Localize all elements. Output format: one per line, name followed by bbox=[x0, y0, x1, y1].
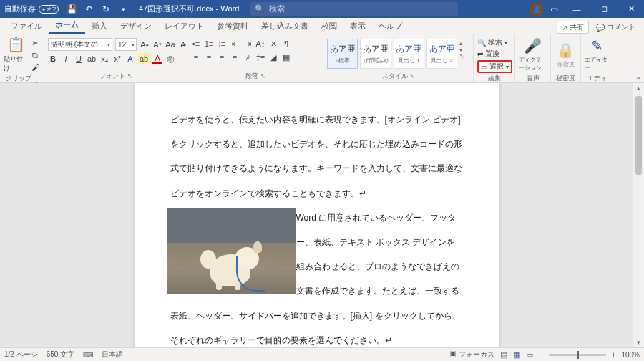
tab-help[interactable]: ヘルプ bbox=[372, 19, 409, 34]
document-area[interactable]: ビデオを使うと、伝えたい内容を明確に表現できます。[オンライン ビデオ] をクリ… bbox=[0, 83, 633, 347]
style-heading1[interactable]: あア亜見出し 1 bbox=[394, 39, 424, 69]
bullets-icon[interactable]: •≡ bbox=[191, 38, 201, 49]
line-spacing-icon[interactable]: ‡≡ bbox=[255, 52, 265, 63]
redo-icon[interactable]: ↻ bbox=[97, 1, 114, 18]
multilevel-icon[interactable]: ⁝≡ bbox=[217, 38, 227, 49]
shading-icon[interactable]: ◢ bbox=[268, 52, 278, 63]
zoom-in-icon[interactable]: + bbox=[612, 351, 616, 359]
select-button[interactable]: ▭選択▾ bbox=[477, 60, 512, 73]
tab-home[interactable]: ホーム bbox=[49, 17, 85, 34]
italic-button[interactable]: I bbox=[61, 53, 71, 64]
scroll-track[interactable] bbox=[633, 93, 644, 337]
minimize-button[interactable]: ― bbox=[564, 0, 590, 18]
align-left-icon[interactable]: ≡ bbox=[191, 52, 201, 63]
zoom-level[interactable]: 100% bbox=[621, 351, 640, 359]
tab-layout[interactable]: レイアウト bbox=[158, 19, 210, 34]
change-case-icon[interactable]: Aa bbox=[165, 39, 175, 50]
grow-font-icon[interactable]: A▴ bbox=[140, 39, 150, 50]
superscript-button[interactable]: x² bbox=[112, 53, 122, 64]
style-normal[interactable]: あア亜↓標準 bbox=[327, 39, 358, 69]
zoom-out-icon[interactable]: − bbox=[539, 351, 543, 359]
lock-icon: 🔒 bbox=[557, 42, 575, 59]
font-name-combo[interactable]: 游明朝 (本文の bbox=[48, 38, 112, 51]
borders-icon[interactable]: ▦ bbox=[281, 52, 291, 63]
distribute-icon[interactable]: ⫽ bbox=[243, 52, 253, 63]
highlight-icon[interactable]: ab bbox=[138, 53, 150, 64]
paragraph-1[interactable]: ビデオを使うと、伝えたい内容を明確に表現できます。[オンライン ビデオ] をクリ… bbox=[170, 107, 464, 206]
numbering-icon[interactable]: 1≡ bbox=[204, 38, 214, 49]
status-page[interactable]: 1/2 ページ bbox=[4, 350, 38, 360]
sensitivity-button[interactable]: 🔒秘密度 bbox=[555, 36, 577, 73]
tab-review[interactable]: 校閲 bbox=[315, 19, 343, 34]
sort-icon[interactable]: A↕ bbox=[255, 38, 265, 49]
status-words[interactable]: 650 文字 bbox=[47, 350, 74, 360]
enclose-char-icon[interactable]: ㊞ bbox=[165, 53, 175, 64]
page: ビデオを使うと、伝えたい内容を明確に表現できます。[オンライン ビデオ] をクリ… bbox=[135, 83, 499, 347]
underline-button[interactable]: U bbox=[74, 53, 84, 64]
align-center-icon[interactable]: ≡ bbox=[204, 52, 214, 63]
font-color-icon[interactable]: A bbox=[152, 53, 162, 64]
style-heading2[interactable]: あア亜見出し 2 bbox=[426, 39, 457, 69]
font-launcher-icon[interactable]: ⤡ bbox=[127, 73, 132, 80]
tab-design[interactable]: デザイン bbox=[114, 19, 158, 34]
cut-icon[interactable]: ✂ bbox=[30, 37, 40, 49]
bold-button[interactable]: B bbox=[48, 53, 58, 64]
find-button[interactable]: 🔍検索▾ bbox=[477, 37, 512, 47]
increase-indent-icon[interactable]: ⇥ bbox=[243, 38, 253, 49]
tab-insert[interactable]: 挿入 bbox=[85, 19, 114, 34]
status-language[interactable]: 日本語 bbox=[102, 350, 123, 360]
shrink-font-icon[interactable]: A▾ bbox=[152, 39, 162, 50]
autosave[interactable]: 自動保存 ● オフ bbox=[0, 4, 63, 14]
paragraph-2[interactable]: Word に用意されているヘッダー、フッター、表紙、テキスト ボックス デザイン… bbox=[170, 206, 464, 347]
search-box[interactable]: 🔍 検索 bbox=[250, 2, 458, 16]
undo-icon[interactable]: ↶ bbox=[80, 1, 97, 18]
autosave-toggle[interactable]: ● オフ bbox=[39, 5, 59, 14]
view-web-icon[interactable]: ▭ bbox=[526, 350, 533, 360]
paste-button[interactable]: 📋貼り付け bbox=[4, 36, 28, 73]
qat-more-icon[interactable]: ▾ bbox=[114, 1, 132, 18]
inline-image[interactable] bbox=[167, 208, 296, 294]
collapse-ribbon-icon[interactable]: ⌃ bbox=[635, 76, 641, 84]
asian-layout-icon[interactable]: ✕ bbox=[268, 38, 278, 49]
font-size-combo[interactable]: 12 bbox=[115, 38, 137, 51]
focus-mode[interactable]: ▣ フォーカス bbox=[449, 350, 494, 360]
share-button[interactable]: ↗共有 bbox=[557, 21, 589, 34]
scroll-down-icon[interactable]: ▾ bbox=[633, 337, 644, 347]
title-bar: 自動保存 ● オフ 💾 ↶ ↻ ▾ 47図形選択不可.docx - Word 🔍… bbox=[0, 0, 644, 18]
strike-button[interactable]: ab bbox=[87, 53, 97, 64]
text-effects-icon[interactable]: A bbox=[125, 53, 135, 64]
scroll-thumb[interactable] bbox=[635, 96, 642, 175]
scroll-up-icon[interactable]: ▴ bbox=[633, 83, 644, 93]
ribbon-options-icon[interactable]: ▭ bbox=[545, 1, 562, 18]
tab-references[interactable]: 参考資料 bbox=[210, 19, 255, 34]
replace-button[interactable]: ⇄置換 bbox=[477, 49, 512, 59]
crop-mark-tr bbox=[461, 95, 469, 103]
styles-more[interactable]: ▴▾⤡ bbox=[459, 39, 469, 61]
view-print-icon[interactable]: ▦ bbox=[513, 350, 520, 360]
decrease-indent-icon[interactable]: ⇤ bbox=[230, 38, 240, 49]
zoom-slider[interactable] bbox=[549, 354, 606, 356]
justify-icon[interactable]: ≡ bbox=[230, 52, 240, 63]
styles-launcher-icon[interactable]: ⤡ bbox=[410, 73, 415, 80]
subscript-button[interactable]: x₂ bbox=[99, 53, 109, 64]
view-read-icon[interactable]: ▤ bbox=[500, 350, 507, 360]
editor-button[interactable]: ✎エディター bbox=[585, 36, 609, 73]
format-painter-icon[interactable]: 🖌 bbox=[30, 62, 40, 73]
paragraph-launcher-icon[interactable]: ⤡ bbox=[260, 73, 265, 80]
maximize-button[interactable]: ◻ bbox=[591, 0, 617, 18]
status-proofing-icon[interactable]: ⌨ bbox=[83, 351, 93, 359]
tab-mailings[interactable]: 差し込み文書 bbox=[255, 19, 315, 34]
dictate-button[interactable]: 🎤ディクテーション bbox=[519, 36, 547, 73]
align-right-icon[interactable]: ≡ bbox=[217, 52, 227, 63]
tab-view[interactable]: 表示 bbox=[343, 19, 372, 34]
close-button[interactable]: ✕ bbox=[618, 0, 644, 18]
clear-format-icon[interactable]: A̶ bbox=[178, 39, 188, 50]
user-avatar[interactable]: 👤 bbox=[530, 2, 544, 16]
tab-file[interactable]: ファイル bbox=[4, 19, 49, 34]
save-icon[interactable]: 💾 bbox=[63, 1, 80, 18]
copy-icon[interactable]: ⧉ bbox=[30, 49, 40, 61]
show-marks-icon[interactable]: ¶ bbox=[281, 38, 291, 49]
vertical-scrollbar[interactable]: ▴ ▾ bbox=[633, 83, 644, 347]
style-no-spacing[interactable]: あア亜↓行間詰め bbox=[360, 39, 391, 69]
comments-button[interactable]: 💬コメント bbox=[592, 21, 640, 33]
